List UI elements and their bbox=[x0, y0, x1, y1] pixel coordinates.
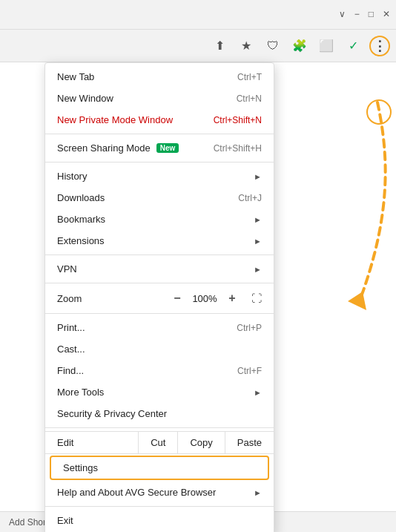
menu-button[interactable]: ⋮ bbox=[369, 36, 390, 56]
fullscreen-icon[interactable]: ⛶ bbox=[251, 292, 262, 304]
exit-label: Exit bbox=[57, 515, 73, 526]
security-privacy-label: Security & Privacy Center bbox=[57, 408, 167, 419]
extensions-icon[interactable]: 🧩 bbox=[289, 36, 310, 56]
menu-item-extensions[interactable]: Extensions ► bbox=[45, 230, 274, 252]
print-label: Print... bbox=[57, 322, 85, 333]
menu-item-security-privacy[interactable]: Security & Privacy Center bbox=[45, 403, 274, 424]
menu-button-highlight bbox=[366, 99, 392, 125]
zoom-row: Zoom − 100% + ⛶ bbox=[45, 286, 274, 310]
browser-toolbar: ⬆ ★ 🛡 🧩 ⬜ ✓ ⋮ bbox=[0, 30, 396, 62]
menu-item-new-tab[interactable]: New Tab Ctrl+T bbox=[45, 66, 274, 88]
divider-5 bbox=[45, 313, 274, 314]
copy-button[interactable]: Copy bbox=[177, 432, 224, 453]
window-controls: ∨ − □ ✕ bbox=[339, 9, 390, 19]
menu-item-new-private[interactable]: New Private Mode Window Ctrl+Shift+N bbox=[45, 109, 274, 131]
edit-label: Edit bbox=[45, 432, 138, 453]
new-window-label: New Window bbox=[57, 93, 113, 104]
annotation-arrow bbox=[292, 95, 396, 332]
menu-item-find[interactable]: Find... Ctrl+F bbox=[45, 360, 274, 381]
dropdown-menu: New Tab Ctrl+T New Window Ctrl+N New Pri… bbox=[44, 62, 274, 532]
menu-item-settings[interactable]: Settings bbox=[51, 457, 268, 479]
star-icon[interactable]: ★ bbox=[236, 36, 257, 56]
menu-item-bookmarks[interactable]: Bookmarks ► bbox=[45, 208, 274, 230]
print-shortcut: Ctrl+P bbox=[237, 323, 262, 333]
find-label: Find... bbox=[57, 365, 84, 376]
more-tools-label: More Tools bbox=[57, 387, 104, 398]
new-private-shortcut: Ctrl+Shift+N bbox=[214, 115, 262, 125]
help-about-label: Help and About AVG Secure Browser bbox=[57, 487, 216, 498]
menu-dots-icon: ⋮ bbox=[373, 38, 387, 54]
divider-1 bbox=[45, 134, 274, 134]
divider-4 bbox=[45, 283, 274, 283]
settings-highlighted-row: Settings bbox=[50, 456, 269, 480]
menu-item-vpn[interactable]: VPN ► bbox=[45, 258, 274, 280]
downloads-shortcut: Ctrl+J bbox=[238, 193, 262, 203]
new-tab-shortcut: Ctrl+T bbox=[237, 72, 262, 82]
more-tools-arrow-icon: ► bbox=[254, 388, 262, 397]
paste-button[interactable]: Paste bbox=[225, 432, 274, 453]
help-about-arrow-icon: ► bbox=[254, 488, 262, 497]
minimize-button[interactable]: − bbox=[354, 9, 360, 19]
browser-window: ∨ − □ ✕ ⬆ ★ 🛡 🧩 ⬜ ✓ ⋮ New Tab Ctrl+T New… bbox=[0, 0, 396, 532]
screen-sharing-label: Screen Sharing Mode bbox=[57, 142, 151, 154]
share-icon[interactable]: ⬆ bbox=[209, 36, 230, 56]
extensions-arrow-icon: ► bbox=[254, 237, 262, 246]
zoom-value: 100% bbox=[191, 293, 219, 304]
new-window-shortcut: Ctrl+N bbox=[237, 93, 262, 104]
divider-7 bbox=[45, 506, 274, 507]
vpn-label: VPN bbox=[57, 263, 77, 275]
zoom-control: − 100% + ⛶ bbox=[170, 291, 262, 306]
cast-label: Cast... bbox=[57, 344, 85, 355]
menu-item-print[interactable]: Print... Ctrl+P bbox=[45, 317, 274, 338]
edit-row: Edit Cut Copy Paste bbox=[45, 431, 274, 454]
menu-item-cast[interactable]: Cast... bbox=[45, 338, 274, 360]
screen-sharing-shortcut: Ctrl+Shift+H bbox=[214, 143, 262, 154]
new-badge: New bbox=[156, 143, 179, 153]
settings-label: Settings bbox=[63, 462, 98, 473]
zoom-minus-button[interactable]: − bbox=[170, 291, 185, 306]
menu-item-new-window[interactable]: New Window Ctrl+N bbox=[45, 88, 274, 109]
vpn-arrow-icon: ► bbox=[254, 265, 262, 274]
menu-item-downloads[interactable]: Downloads Ctrl+J bbox=[45, 187, 274, 208]
bookmarks-label: Bookmarks bbox=[57, 214, 105, 225]
menu-item-screen-sharing[interactable]: Screen Sharing Mode New Ctrl+Shift+H bbox=[45, 137, 274, 159]
history-label: History bbox=[57, 171, 87, 182]
menu-item-exit[interactable]: Exit bbox=[45, 510, 274, 531]
title-bar: ∨ − □ ✕ bbox=[0, 0, 396, 30]
menu-item-help-about[interactable]: Help and About AVG Secure Browser ► bbox=[45, 482, 274, 503]
maximize-button[interactable]: □ bbox=[369, 9, 374, 19]
shield-icon[interactable]: 🛡 bbox=[263, 36, 283, 56]
chevron-icon[interactable]: ∨ bbox=[339, 9, 346, 19]
zoom-label: Zoom bbox=[57, 293, 170, 304]
divider-6 bbox=[45, 427, 274, 428]
extensions-label: Extensions bbox=[57, 235, 105, 246]
menu-item-more-tools[interactable]: More Tools ► bbox=[45, 381, 274, 403]
menu-item-history[interactable]: History ► bbox=[45, 165, 274, 187]
check-icon[interactable]: ✓ bbox=[343, 36, 363, 56]
svg-marker-0 bbox=[348, 292, 366, 310]
close-button[interactable]: ✕ bbox=[383, 9, 390, 19]
bookmarks-arrow-icon: ► bbox=[254, 215, 262, 224]
new-tab-label: New Tab bbox=[57, 71, 94, 82]
new-private-label: New Private Mode Window bbox=[57, 114, 173, 125]
downloads-label: Downloads bbox=[57, 192, 105, 203]
divider-3 bbox=[45, 254, 274, 255]
zoom-plus-button[interactable]: + bbox=[225, 291, 240, 306]
find-shortcut: Ctrl+F bbox=[237, 366, 262, 376]
content-area: New Tab Ctrl+T New Window Ctrl+N New Pri… bbox=[0, 62, 396, 532]
divider-2 bbox=[45, 162, 274, 162]
cut-button[interactable]: Cut bbox=[138, 432, 177, 453]
tab-icon[interactable]: ⬜ bbox=[316, 36, 337, 56]
history-arrow-icon: ► bbox=[254, 172, 262, 181]
